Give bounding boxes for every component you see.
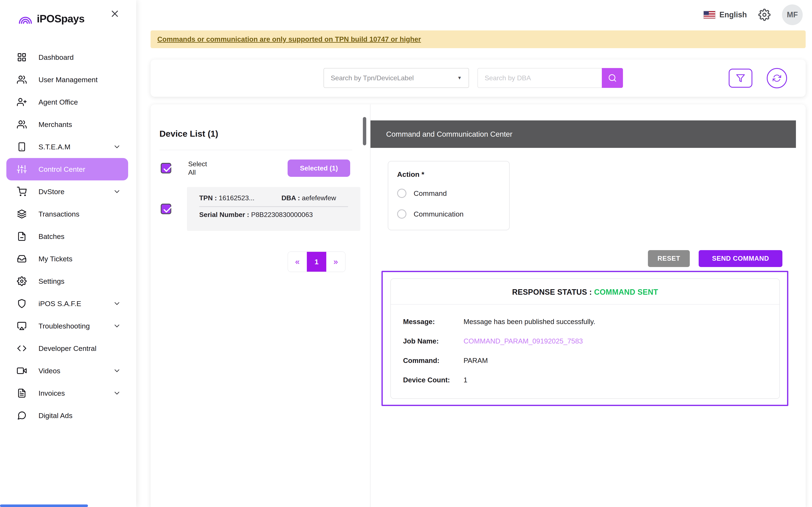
sidebar-item-label: DvStore (39, 187, 64, 196)
refresh-button[interactable] (767, 68, 787, 88)
select-all-checkbox[interactable] (161, 163, 171, 173)
sidebar-item-ipos-s-a-f-e[interactable]: iPOS S.A.F.E (0, 292, 136, 315)
sliders-icon (17, 164, 27, 174)
sidebar-item-control-center[interactable]: Control Center (6, 158, 128, 180)
command-actions-row: RESET SEND COMMAND (370, 250, 782, 267)
command-center-header: Command and Communication Center (370, 120, 796, 148)
sidebar-item-label: Developer Central (39, 344, 96, 352)
chevron-down-icon (113, 367, 121, 375)
sidebar-item-label: Digital Ads (39, 411, 72, 420)
sidebar-item-troubleshooting[interactable]: Troubleshooting (0, 315, 136, 337)
select-all-label: Select All (188, 160, 207, 177)
inbox-icon (17, 254, 27, 264)
sidebar-item-digital-ads[interactable]: Digital Ads (0, 404, 136, 427)
content-card: Device List (1) Select All Selected (1) … (151, 104, 806, 507)
avatar-initials: MF (787, 10, 798, 19)
sidebar-item-dvstore[interactable]: DvStore (0, 180, 136, 203)
response-panel: RESPONSE STATUS : COMMAND SENT Message: … (382, 271, 788, 406)
radio-communication[interactable]: Communication (397, 209, 509, 219)
sidebar-item-s-t-e-a-m[interactable]: S.T.E.A.M (0, 135, 136, 158)
device-list-panel: Device List (1) Select All Selected (1) … (151, 104, 370, 507)
sidebar: iPOSpays DashboardUser ManagementAgent O… (0, 0, 136, 507)
users-icon (17, 75, 27, 84)
code-icon (17, 343, 27, 353)
main-content: English MF Commands or communication are… (136, 0, 812, 507)
device-list-item: TPN : 16162523... DBA : aefefewfew Seria… (159, 187, 370, 231)
warning-banner: Commands or communication are only suppo… (151, 31, 806, 48)
dba-search-input[interactable] (477, 68, 602, 88)
select-all-row: Select All Selected (1) (159, 160, 370, 177)
divider (159, 150, 352, 150)
sidebar-item-label: Invoices (39, 389, 65, 397)
pagination-prev-button[interactable]: « (288, 252, 307, 272)
sidebar-item-label: Videos (39, 367, 60, 375)
user-plus-icon (17, 97, 27, 107)
command-panel: Command and Communication Center Action … (370, 104, 806, 507)
smartphone-icon (17, 142, 27, 152)
device-card[interactable]: TPN : 16162523... DBA : aefefewfew Seria… (187, 187, 360, 231)
pagination-next-button[interactable]: » (326, 252, 345, 272)
shopping-cart-icon (17, 187, 27, 196)
action-label: Action * (397, 170, 509, 178)
check-icon (162, 205, 173, 215)
filter-button[interactable] (729, 69, 752, 88)
search-button[interactable] (602, 68, 623, 88)
file-text-icon (17, 388, 27, 398)
app-root: iPOSpays DashboardUser ManagementAgent O… (0, 0, 812, 507)
chevron-down-icon (113, 143, 121, 151)
radio-circle-icon (397, 209, 406, 219)
sidebar-item-merchants[interactable]: Merchants (0, 113, 136, 135)
sidebar-item-transactions[interactable]: Transactions (0, 203, 136, 225)
gear-icon (758, 9, 770, 21)
device-checkbox[interactable] (161, 204, 171, 214)
search-icon (608, 73, 617, 82)
chevron-down-icon (113, 187, 121, 195)
topbar: English MF (136, 0, 812, 27)
chevron-down-icon (113, 322, 121, 330)
avatar[interactable]: MF (782, 4, 803, 25)
sidebar-item-videos[interactable]: Videos (0, 359, 136, 382)
filter-funnel-icon (736, 73, 745, 83)
layers-icon (17, 209, 27, 219)
search-type-dropdown[interactable]: Search by Tpn/DeviceLabel ▼ (323, 68, 469, 88)
device-list-title: Device List (1) (159, 129, 370, 139)
sidebar-item-label: Settings (39, 277, 64, 285)
monitor-alert-icon (17, 321, 27, 331)
pagination: « 1 » (288, 251, 346, 272)
sidebar-item-dashboard[interactable]: Dashboard (0, 46, 136, 68)
response-row-device-count: Device Count: 1 (403, 376, 779, 384)
us-flag-icon (704, 11, 715, 18)
sidebar-item-my-tickets[interactable]: My Tickets (0, 247, 136, 270)
chevron-down-icon (113, 299, 121, 307)
send-command-button[interactable]: SEND COMMAND (699, 250, 782, 267)
toolbar-right (729, 68, 787, 88)
language-label: English (719, 10, 747, 19)
dba-search-group (477, 68, 623, 88)
reset-button[interactable]: RESET (648, 250, 690, 267)
sidebar-item-user-management[interactable]: User Management (0, 68, 136, 91)
job-name-link[interactable]: COMMAND_PARAM_09192025_7583 (463, 337, 583, 345)
check-icon (162, 164, 173, 174)
sidebar-item-batches[interactable]: Batches (0, 225, 136, 247)
response-row-message: Message: Message has been published succ… (403, 318, 779, 326)
horizontal-scrollbar-thumb[interactable] (0, 504, 88, 507)
device-list-scrollbar-thumb[interactable] (363, 117, 366, 145)
sidebar-item-label: iPOS S.A.F.E (39, 299, 81, 308)
sidebar-item-invoices[interactable]: Invoices (0, 382, 136, 404)
search-toolbar: Search by Tpn/DeviceLabel ▼ (151, 60, 806, 97)
sidebar-item-agent-office[interactable]: Agent Office (0, 91, 136, 113)
banner-link[interactable]: Commands or communication are only suppo… (157, 35, 421, 43)
action-box: Action * Command Communication (388, 161, 510, 230)
close-sidebar-button[interactable] (109, 8, 120, 20)
device-serial-line: Serial Number : P8B2230830000063 (199, 211, 360, 219)
sidebar-nav: DashboardUser ManagementAgent OfficeMerc… (0, 46, 136, 427)
pagination-page-1-button[interactable]: 1 (307, 252, 326, 272)
sidebar-item-developer-central[interactable]: Developer Central (0, 337, 136, 359)
chevron-down-icon (113, 389, 121, 397)
settings-gear-button[interactable] (758, 9, 770, 21)
selected-count-button[interactable]: Selected (1) (288, 160, 350, 177)
shield-icon (17, 299, 27, 308)
language-selector[interactable]: English (704, 10, 747, 19)
sidebar-item-settings[interactable]: Settings (0, 270, 136, 292)
radio-command[interactable]: Command (397, 189, 509, 198)
